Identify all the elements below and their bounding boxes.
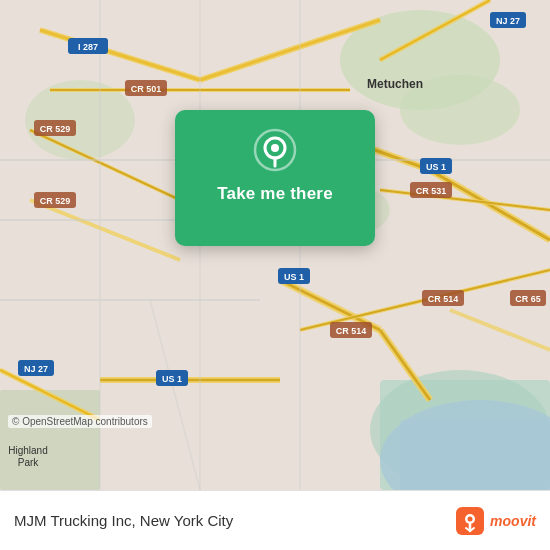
svg-text:CR 531: CR 531: [416, 186, 447, 196]
svg-text:CR 65: CR 65: [515, 294, 541, 304]
svg-text:US 1: US 1: [162, 374, 182, 384]
svg-point-76: [271, 144, 279, 152]
svg-rect-7: [0, 390, 100, 490]
moovit-logo: moovit: [456, 507, 536, 535]
moovit-text: moovit: [490, 513, 536, 529]
svg-text:NJ 27: NJ 27: [24, 364, 48, 374]
svg-text:CR 514: CR 514: [428, 294, 459, 304]
bottom-bar: MJM Trucking Inc, New York City moovit: [0, 490, 550, 550]
svg-text:US 1: US 1: [426, 162, 446, 172]
svg-text:Metuchen: Metuchen: [367, 77, 423, 91]
svg-point-80: [468, 516, 473, 521]
map-container: I 287 NJ 27 NJ 27 CR 501 CR 529 CR 529 U…: [0, 0, 550, 490]
popup-card[interactable]: Take me there: [175, 110, 375, 246]
svg-text:CR 529: CR 529: [40, 124, 71, 134]
svg-text:NJ 27: NJ 27: [496, 16, 520, 26]
svg-text:CR 501: CR 501: [131, 84, 162, 94]
location-pin-icon: [253, 128, 297, 172]
svg-text:I 287: I 287: [78, 42, 98, 52]
svg-text:US 1: US 1: [284, 272, 304, 282]
copyright-text: © OpenStreetMap contributors: [8, 415, 152, 428]
svg-text:Park: Park: [18, 457, 40, 468]
take-me-there-label: Take me there: [217, 184, 333, 204]
moovit-icon: [456, 507, 484, 535]
svg-rect-9: [400, 420, 550, 490]
svg-text:CR 514: CR 514: [336, 326, 367, 336]
svg-text:Highland: Highland: [8, 445, 47, 456]
location-title: MJM Trucking Inc, New York City: [14, 512, 233, 529]
svg-text:CR 529: CR 529: [40, 196, 71, 206]
